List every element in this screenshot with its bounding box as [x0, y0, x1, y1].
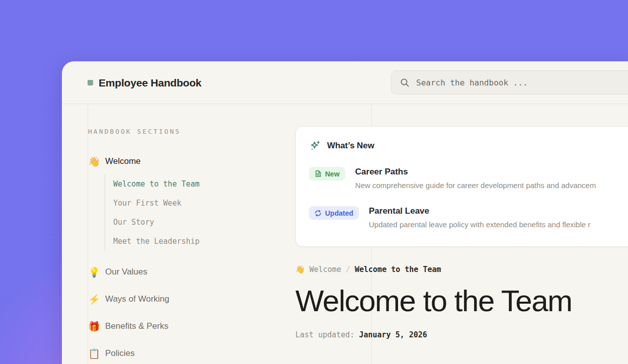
new-badge: New	[309, 167, 345, 180]
sidebar-item-label: Benefits & Perks	[105, 321, 169, 331]
breadcrumb: 👋 Welcome / Welcome to the Team	[295, 265, 628, 274]
sidebar-subitem-your-first-week[interactable]: Your First Week	[113, 194, 289, 213]
whats-new-title: What’s New	[327, 141, 374, 151]
page-title: Welcome to the Team	[295, 286, 628, 316]
sidebar-item-our-values[interactable]: 💡 Our Values	[88, 266, 289, 278]
whats-new-card: What’s New New Career Paths	[295, 126, 628, 247]
sidebar-item-benefits-perks[interactable]: 🎁 Benefits & Perks	[88, 320, 289, 332]
sidebar-item-policies[interactable]: 📋 Policies	[88, 347, 289, 359]
sync-icon	[315, 210, 322, 217]
whats-new-header: What’s New	[309, 140, 628, 152]
sidebar-item-label: Ways of Working	[105, 294, 170, 304]
employee-handbook-window: Employee Handbook Search the handbook ..…	[62, 61, 628, 364]
gift-icon: 🎁	[88, 322, 100, 331]
sidebar-item-label: Welcome	[105, 156, 141, 166]
last-updated-label: Last updated:	[295, 330, 354, 339]
badge-label: Updated	[325, 209, 353, 217]
news-item-title: Career Paths	[355, 166, 596, 178]
lightning-icon: ⚡	[88, 295, 100, 304]
breadcrumb-separator: /	[346, 265, 350, 274]
sidebar-item-ways-of-working[interactable]: ⚡ Ways of Working	[88, 293, 289, 305]
app-logo-icon	[88, 80, 93, 85]
badge-label: New	[325, 170, 340, 178]
sidebar-section-label: HANDBOOK SECTIONS	[88, 128, 289, 135]
sidebar-subitem-welcome-to-the-team[interactable]: Welcome to the Team	[113, 174, 289, 194]
news-item-body: Parental Leave Updated parental leave po…	[369, 205, 590, 230]
app-title: Employee Handbook	[99, 77, 201, 89]
sidebar-item-label: Policies	[105, 348, 135, 358]
news-item-description: New comprehensive guide for career devel…	[355, 180, 596, 191]
sidebar-item-welcome[interactable]: 👋 Welcome	[88, 155, 289, 167]
whats-new-item-career-paths[interactable]: New Career Paths New comprehensive guide…	[309, 166, 628, 191]
search-input[interactable]: Search the handbook ...	[391, 70, 628, 95]
sidebar-subitem-our-story[interactable]: Our Story	[113, 213, 289, 232]
breadcrumb-page: Welcome to the Team	[355, 265, 441, 274]
sidebar-subitem-meet-the-leadership[interactable]: Meet the Leadership	[113, 232, 289, 251]
news-item-title: Parental Leave	[369, 205, 590, 217]
last-updated: Last updated: January 5, 2026	[295, 330, 628, 339]
main-content: What’s New New Career Paths	[295, 104, 628, 339]
brand: Employee Handbook	[88, 61, 201, 104]
search-placeholder: Search the handbook ...	[416, 78, 528, 87]
sparkle-icon	[309, 140, 321, 152]
news-item-body: Career Paths New comprehensive guide for…	[355, 166, 596, 191]
sidebar-item-label: Our Values	[105, 267, 147, 277]
lightbulb-icon: 💡	[88, 267, 100, 277]
sidebar-sublist-welcome: Welcome to the Team Your First Week Our …	[105, 174, 289, 251]
document-icon	[315, 170, 322, 177]
updated-badge: Updated	[309, 206, 359, 220]
app-header: Employee Handbook Search the handbook ..…	[62, 61, 628, 104]
wave-icon: 👋	[295, 266, 305, 274]
news-item-description: Updated parental leave policy with exten…	[369, 219, 590, 230]
clipboard-icon: 📋	[88, 349, 100, 358]
search-icon	[400, 78, 410, 87]
sidebar: HANDBOOK SECTIONS 👋 Welcome Welcome to t…	[88, 104, 289, 359]
last-updated-value: January 5, 2026	[359, 330, 427, 339]
breadcrumb-section[interactable]: Welcome	[309, 265, 341, 274]
app-body: HANDBOOK SECTIONS 👋 Welcome Welcome to t…	[62, 104, 628, 364]
wave-icon: 👋	[88, 157, 100, 166]
whats-new-item-parental-leave[interactable]: Updated Parental Leave Updated parental …	[309, 205, 628, 230]
